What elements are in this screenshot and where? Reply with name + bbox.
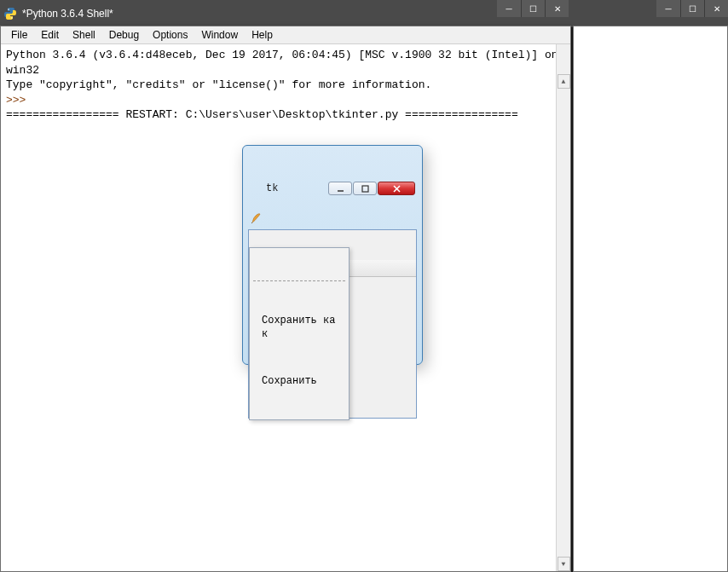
scroll-up-icon[interactable]: ▲ [558, 74, 570, 89]
svg-point-0 [8, 9, 9, 10]
menu-file[interactable]: File [4, 27, 34, 43]
tk-client-area: Файл Создать Сохранить как Сохранить [248, 229, 417, 419]
tk-menu-save[interactable]: Сохранить [251, 372, 347, 390]
taskbar-title-group: *Python 3.6.4 Shell* [0, 7, 113, 20]
tk-dropdown-menu: Сохранить как Сохранить [249, 247, 350, 420]
python-shell-window: File Edit Shell Debug Options Window Hel… [0, 26, 571, 572]
tk-window-controls [327, 182, 415, 195]
minimize-button[interactable]: ─ [656, 0, 680, 17]
window-controls-inner: ─ ☐ ✕ [497, 0, 569, 17]
shell-restart-line: ================= RESTART: C:\Users\user… [6, 108, 518, 121]
tk-close-button[interactable] [378, 182, 415, 195]
menu-debug[interactable]: Debug [102, 27, 146, 43]
tk-minimize-button[interactable] [328, 182, 352, 195]
menu-separator [253, 280, 345, 281]
menu-help[interactable]: Help [245, 27, 280, 43]
svg-rect-3 [362, 186, 368, 192]
tk-title-group: tk [250, 182, 278, 195]
taskbar-strip: *Python 3.6.4 Shell* ─ ☐ ✕ ─ ☐ ✕ [0, 0, 728, 27]
shell-line-version: Python 3.6.4 (v3.6.4:d48eceb, Dec 19 201… [6, 49, 564, 77]
tk-window: tk Файл Создать Сохранить как Сохранить [242, 145, 423, 365]
tk-feather-icon [250, 182, 262, 194]
menu-edit[interactable]: Edit [34, 27, 66, 43]
taskbar-title: *Python 3.6.4 Shell* [22, 8, 113, 20]
svg-point-1 [11, 17, 13, 19]
tk-menu-save-as[interactable]: Сохранить как [251, 311, 347, 344]
scroll-down-icon[interactable]: ▼ [558, 557, 570, 571]
tk-title: tk [266, 182, 278, 195]
right-panel [573, 26, 728, 572]
menu-shell[interactable]: Shell [66, 27, 102, 43]
tk-titlebar[interactable]: tk [248, 181, 417, 199]
window-controls-outer: ─ ☐ ✕ [656, 0, 728, 17]
menu-window[interactable]: Window [194, 27, 245, 43]
maximize-button[interactable]: ☐ [680, 0, 704, 17]
shell-prompt: >>> [6, 94, 32, 107]
python-icon [3, 7, 17, 20]
shell-output[interactable]: Python 3.6.4 (v3.6.4:d48eceb, Dec 19 201… [1, 44, 570, 571]
minimize-button[interactable]: ─ [497, 0, 521, 17]
menubar: File Edit Shell Debug Options Window Hel… [1, 26, 570, 44]
maximize-button[interactable]: ☐ [521, 0, 545, 17]
menu-options[interactable]: Options [146, 27, 194, 43]
shell-line-help: Type "copyright", "credits" or "license(… [6, 78, 431, 91]
scrollbar[interactable]: ▲ ▼ [556, 44, 570, 571]
close-button[interactable]: ✕ [704, 0, 728, 17]
tk-maximize-button[interactable] [353, 182, 377, 195]
close-button[interactable]: ✕ [545, 0, 569, 17]
